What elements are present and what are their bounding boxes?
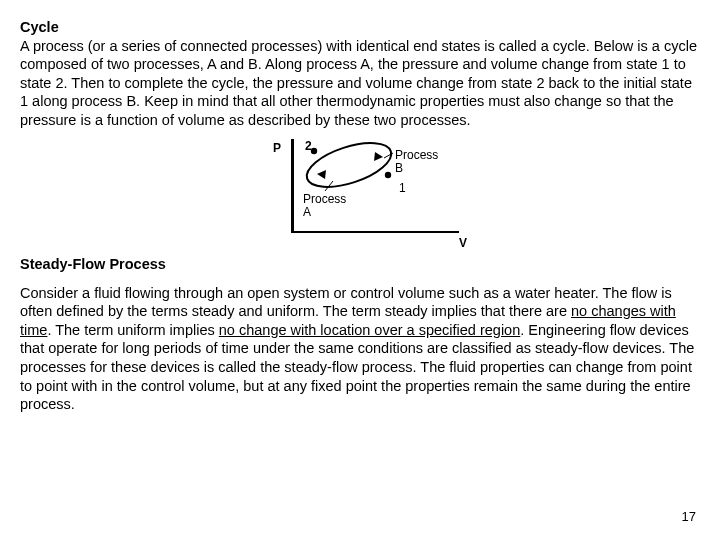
cycle-curves-icon [291, 139, 461, 233]
heading-cycle: Cycle [20, 18, 700, 37]
cycle-paragraph: A process (or a series of connected proc… [20, 37, 700, 130]
steady-text-mid: . The term uniform implies [47, 322, 218, 338]
pv-diagram: P V 2 1 Process A Process B [20, 137, 700, 247]
svg-marker-3 [317, 170, 326, 179]
svg-point-2 [385, 172, 391, 178]
svg-marker-4 [374, 152, 383, 161]
page-number: 17 [682, 509, 696, 526]
svg-point-1 [311, 148, 317, 154]
y-axis-label: P [273, 141, 281, 156]
svg-point-0 [302, 135, 397, 196]
steady-flow-paragraph: Consider a fluid flowing through an open… [20, 284, 700, 414]
underline-no-change-location: no change with location over a specified… [219, 322, 520, 338]
heading-steady-flow: Steady-Flow Process [20, 255, 700, 274]
x-axis-label: V [459, 236, 467, 251]
